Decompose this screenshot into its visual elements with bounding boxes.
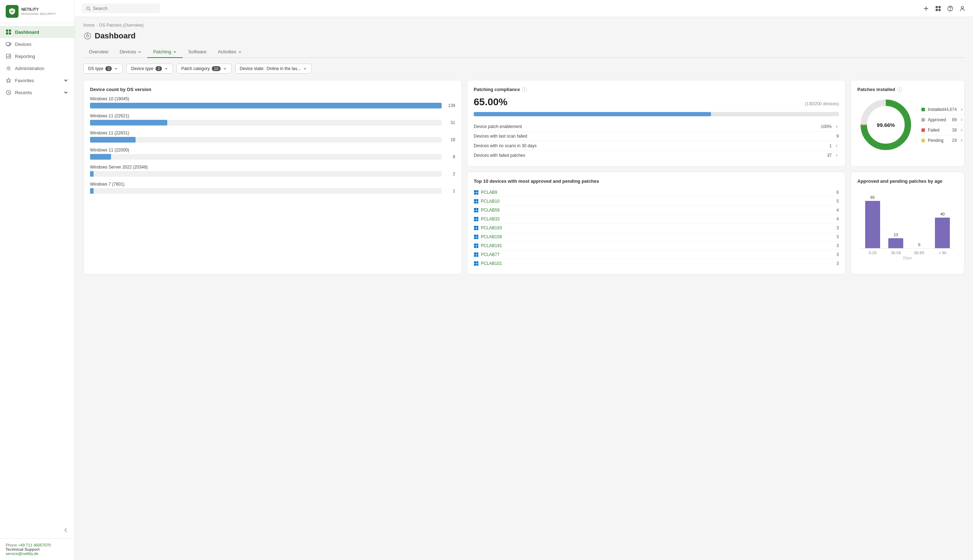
stat-val-0: 100% <box>821 124 832 129</box>
svg-rect-35 <box>474 193 476 195</box>
top-devices-list: PCLAB9 6 PCLAB10 5 PCLAB59 4 <box>474 188 839 268</box>
recents-chevron-icon <box>63 90 69 95</box>
device-name[interactable]: PCLAB77 <box>474 252 500 257</box>
device-count: 4 <box>836 217 839 222</box>
device-count: 3 <box>836 234 839 239</box>
add-button[interactable] <box>923 5 930 12</box>
legend-failed: Failed 38 <box>921 125 964 135</box>
device-name[interactable]: PCLAB101 <box>474 261 502 266</box>
legend-label-approved: Approved <box>928 117 946 122</box>
sidebar-label-dashboard: Dashboard <box>15 30 69 35</box>
legend-chevron-failed-icon[interactable] <box>960 128 964 132</box>
filter-os-type[interactable]: OS type 3 <box>83 63 123 73</box>
filter-patch-category[interactable]: Patch category 10 <box>177 63 231 73</box>
tab-activities[interactable]: Activities <box>212 46 247 58</box>
os-bar-bg <box>90 171 441 177</box>
sidebar-item-reporting[interactable]: Reporting <box>0 50 74 62</box>
footer-phone-number[interactable]: +49 711 46057070 <box>18 543 51 547</box>
tab-software[interactable]: Software <box>182 46 212 58</box>
logo-text-group: NETILITY MANAGING SECURITY <box>21 7 56 15</box>
legend-label-failed: Failed <box>928 128 940 133</box>
legend-chevron-installed-icon[interactable] <box>960 107 964 112</box>
user-icon[interactable] <box>959 5 966 12</box>
stat-chevron-2-icon[interactable] <box>834 143 839 148</box>
breadcrumb-separator: › <box>96 23 97 28</box>
os-count: 139 <box>445 103 455 108</box>
svg-rect-0 <box>6 30 8 32</box>
tab-activities-label: Activities <box>218 49 236 54</box>
os-count: 8 <box>445 154 455 159</box>
sidebar-item-devices[interactable]: Devices <box>0 38 74 50</box>
os-row: Windows 7 (7601) 1 <box>90 182 455 194</box>
svg-rect-46 <box>476 217 478 219</box>
collapse-sidebar-button[interactable] <box>62 526 70 535</box>
compliance-info-icon[interactable]: i <box>522 87 527 92</box>
os-count: 18 <box>445 137 455 142</box>
svg-rect-51 <box>474 228 476 230</box>
stat-chevron-0-icon[interactable] <box>834 125 839 129</box>
age-bar-value: 40 <box>940 212 945 216</box>
tab-patching-label: Patching <box>153 49 171 54</box>
device-name[interactable]: PCLAB158 <box>474 234 502 239</box>
svg-rect-59 <box>474 246 476 248</box>
stat-patch-enablement: Device patch enablement 100% <box>474 122 839 132</box>
device-name[interactable]: PCLAB33 <box>474 217 500 222</box>
topbar-actions <box>923 5 966 12</box>
legend-label-pending: Pending <box>928 138 943 143</box>
svg-rect-55 <box>474 237 476 239</box>
sidebar-item-administration[interactable]: Administration <box>0 62 74 74</box>
age-bar <box>865 201 880 248</box>
svg-rect-3 <box>9 32 11 35</box>
os-bar-row: 139 <box>90 103 455 108</box>
device-name[interactable]: PCLAB59 <box>474 208 500 213</box>
sidebar-label-favorites: Favorites <box>15 78 59 83</box>
search-box[interactable] <box>82 3 160 13</box>
breadcrumb-home[interactable]: Home <box>83 23 95 28</box>
tab-devices-chevron-icon <box>137 50 142 54</box>
search-input[interactable] <box>93 6 156 11</box>
patch-legend: Installed 44,674 Approved <box>921 105 964 145</box>
legend-chevron-pending-icon[interactable] <box>960 138 964 143</box>
legend-chevron-approved-icon[interactable] <box>960 118 964 122</box>
tab-overview[interactable]: Overview <box>83 46 114 58</box>
sidebar-item-favorites[interactable]: Favorites <box>0 74 74 87</box>
grid-icon[interactable] <box>935 5 942 12</box>
svg-point-23 <box>950 10 951 10</box>
filter-state-chevron-icon <box>303 67 307 71</box>
filter-device-state-value: Online in the las... <box>267 66 301 71</box>
os-count: 1 <box>445 188 455 193</box>
sidebar-item-dashboard[interactable]: Dashboard <box>0 26 74 38</box>
os-label: Windows 11 (22000) <box>90 148 455 153</box>
card-top-devices: Top 10 devices with most approved and pe… <box>467 172 846 275</box>
filter-device-type[interactable]: Device type 2 <box>126 63 173 73</box>
age-bar <box>888 238 903 248</box>
tab-patching[interactable]: Patching <box>147 46 182 58</box>
device-name[interactable]: PCLAB10 <box>474 199 500 204</box>
windows-icon <box>474 225 479 230</box>
device-name[interactable]: PCLAB9 <box>474 190 497 195</box>
compliance-devices: (130/200 devices) <box>805 101 839 106</box>
windows-icon <box>474 261 479 266</box>
svg-rect-42 <box>476 208 478 210</box>
sidebar-label-reporting: Reporting <box>15 54 69 59</box>
filter-os-type-label: OS type <box>88 66 103 71</box>
help-icon[interactable] <box>947 5 954 12</box>
device-row: PCLAB10 5 <box>474 197 839 206</box>
svg-point-14 <box>87 7 90 10</box>
os-row: Windows 11 (22000) 8 <box>90 148 455 160</box>
stat-chevron-3-icon[interactable] <box>834 153 839 158</box>
filter-device-state-label: Device state: <box>240 66 264 71</box>
footer-support-email[interactable]: service@netility.de <box>6 552 38 556</box>
sidebar-item-recents[interactable]: Recents <box>0 87 74 98</box>
svg-rect-37 <box>474 199 476 201</box>
device-row: PCLAB158 3 <box>474 233 839 242</box>
os-bar-row: 31 <box>90 120 455 125</box>
tab-devices[interactable]: Devices <box>114 46 147 58</box>
device-name[interactable]: PCLAB193 <box>474 225 502 230</box>
filter-os-chevron-icon <box>114 67 118 71</box>
filter-device-state[interactable]: Device state: Online in the las... <box>235 63 312 73</box>
svg-point-11 <box>8 68 10 69</box>
patches-info-icon[interactable]: i <box>897 87 902 92</box>
breadcrumb-current: OS Patches (Overview) <box>99 23 144 28</box>
device-name[interactable]: PCLAB191 <box>474 243 502 248</box>
